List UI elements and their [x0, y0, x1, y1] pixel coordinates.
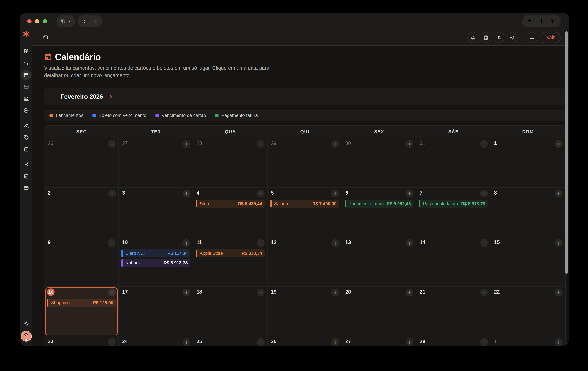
calendar-day-cell[interactable]: 22+	[491, 287, 565, 336]
sidebar-item-dashboard[interactable]	[21, 47, 32, 56]
sidebar-item-goals[interactable]	[21, 106, 32, 115]
calendar-day-cell[interactable]: 12+	[268, 237, 342, 287]
add-event-button[interactable]: +	[257, 190, 265, 197]
calendar-day-cell[interactable]: 29+	[268, 138, 342, 188]
zoom-button[interactable]	[43, 19, 47, 23]
calendar-day-cell[interactable]: 27+	[119, 138, 193, 188]
calendar-day-cell[interactable]: 4+StoreR$ 5.435,44	[193, 188, 268, 237]
topbar-privacy-button[interactable]	[494, 32, 504, 43]
calendar-day-cell[interactable]: 1+	[491, 138, 565, 188]
calendar-day-cell[interactable]: 26+	[268, 336, 342, 346]
sidebar-item-ai[interactable]	[21, 160, 32, 169]
add-event-button[interactable]: +	[257, 140, 265, 148]
event-chip[interactable]: SalárioR$ 7.400,00	[270, 200, 339, 208]
calendar-day-cell[interactable]: 18+	[193, 287, 268, 336]
back-button[interactable]	[79, 16, 90, 27]
topbar-theme-button[interactable]	[507, 32, 518, 43]
close-button[interactable]	[27, 19, 32, 23]
add-event-button[interactable]: +	[108, 140, 116, 148]
share-button[interactable]	[527, 18, 532, 24]
event-chip[interactable]: Pagamento fatura...R$ 5.992,45	[345, 200, 413, 208]
add-event-button[interactable]: +	[257, 239, 265, 247]
calendar-day-cell[interactable]: 9+	[44, 237, 119, 287]
calendar-day-cell[interactable]: 1+	[491, 336, 565, 346]
event-chip[interactable]: Claro NETR$ 117,34	[121, 249, 190, 257]
add-event-button[interactable]: +	[257, 338, 265, 346]
add-event-button[interactable]: +	[331, 338, 339, 346]
add-event-button[interactable]: +	[555, 338, 563, 346]
topbar-feedback-button[interactable]	[527, 32, 537, 43]
sidebar-item-tags[interactable]	[21, 133, 32, 142]
sidebar-item-planner[interactable]	[21, 144, 32, 154]
next-month-button[interactable]	[107, 93, 115, 101]
add-event-button[interactable]: +	[406, 190, 413, 197]
add-event-button[interactable]: +	[331, 239, 339, 247]
settings-button[interactable]	[23, 320, 29, 327]
sidebar-item-banks[interactable]	[21, 94, 32, 103]
add-event-button[interactable]: +	[108, 239, 116, 247]
sidebar-item-reports[interactable]	[21, 172, 32, 181]
add-event-button[interactable]: +	[480, 190, 488, 197]
tab-overview-button[interactable]	[550, 18, 556, 24]
collapse-sidebar-button[interactable]	[43, 35, 48, 40]
app-logo[interactable]	[23, 30, 30, 38]
logout-button[interactable]: Sair	[540, 32, 561, 43]
calendar-day-cell[interactable]: 7+Pagamento fatura ...R$ 5.913,78	[416, 188, 491, 237]
calendar-day-cell[interactable]: 27+	[342, 336, 416, 346]
avatar[interactable]	[21, 331, 32, 342]
calendar-day-cell[interactable]: 24+	[119, 336, 193, 346]
event-chip[interactable]: Apple StoreR$ 333,34	[196, 249, 265, 257]
calendar-day-cell[interactable]: 28+	[193, 138, 268, 188]
previous-month-button[interactable]	[49, 93, 57, 101]
add-event-button[interactable]: +	[183, 190, 190, 197]
calendar-day-cell[interactable]: 19+	[268, 287, 342, 336]
calendar-day-cell[interactable]: 5+SalárioR$ 7.400,00	[268, 188, 342, 237]
add-event-button[interactable]: +	[555, 140, 563, 148]
calendar-day-cell[interactable]: 13+	[342, 237, 416, 287]
forward-button[interactable]	[90, 16, 101, 27]
calendar-day-cell[interactable]: 8+	[491, 188, 565, 237]
add-event-button[interactable]: +	[480, 338, 488, 346]
event-chip[interactable]: ShoppingR$ 125,00	[47, 299, 116, 307]
add-event-button[interactable]: +	[108, 190, 116, 197]
sidebar-item-calendar[interactable]	[21, 70, 32, 80]
add-event-button[interactable]: +	[555, 190, 563, 197]
add-event-button[interactable]: +	[108, 289, 116, 296]
calendar-day-cell[interactable]: 11+Apple StoreR$ 333,34	[193, 237, 268, 287]
add-event-button[interactable]: +	[331, 190, 339, 197]
calendar-day-cell[interactable]: 21+	[416, 287, 491, 336]
add-event-button[interactable]: +	[480, 239, 488, 247]
calendar-day-cell[interactable]: 14+	[416, 237, 491, 287]
calendar-day-cell[interactable]: 26+	[44, 138, 119, 188]
calendar-day-cell[interactable]: 23+	[44, 336, 119, 346]
calendar-day-cell[interactable]: 10+Claro NETR$ 117,34NubankR$ 5.913,78	[119, 237, 193, 287]
add-event-button[interactable]: +	[406, 289, 413, 296]
add-event-button[interactable]: +	[480, 140, 488, 148]
calendar-day-cell[interactable]: 2+	[44, 188, 119, 237]
minimize-button[interactable]	[35, 19, 39, 23]
add-event-button[interactable]: +	[331, 289, 339, 296]
add-event-button[interactable]: +	[183, 289, 190, 296]
scrollbar[interactable]	[565, 31, 568, 274]
calendar-day-cell[interactable]: 16+ShoppingR$ 125,00	[44, 287, 119, 336]
calendar-day-cell[interactable]: 6+Pagamento fatura...R$ 5.992,45	[342, 188, 416, 237]
new-tab-button[interactable]	[539, 18, 544, 24]
add-event-button[interactable]: +	[183, 338, 190, 346]
calendar-day-cell[interactable]: 20+	[342, 287, 416, 336]
add-event-button[interactable]: +	[257, 289, 265, 296]
add-event-button[interactable]: +	[406, 338, 413, 346]
sidebar-item-transactions[interactable]	[21, 58, 32, 68]
calendar-day-cell[interactable]: 31+	[416, 138, 491, 188]
calendar-day-cell[interactable]: 15+	[491, 237, 565, 287]
event-chip[interactable]: NubankR$ 5.913,78	[121, 259, 190, 267]
event-chip[interactable]: Pagamento fatura ...R$ 5.913,78	[419, 200, 488, 208]
sidebar-item-cards[interactable]	[21, 82, 32, 92]
add-event-button[interactable]: +	[406, 140, 413, 148]
sidebar-item-accounts[interactable]	[21, 183, 32, 193]
topbar-notifications-button[interactable]	[467, 32, 478, 43]
add-event-button[interactable]: +	[331, 140, 339, 148]
add-event-button[interactable]: +	[183, 140, 190, 148]
browser-sidebar-toggle[interactable]	[56, 15, 75, 27]
event-chip[interactable]: StoreR$ 5.435,44	[196, 200, 265, 208]
calendar-day-cell[interactable]: 17+	[119, 287, 193, 336]
